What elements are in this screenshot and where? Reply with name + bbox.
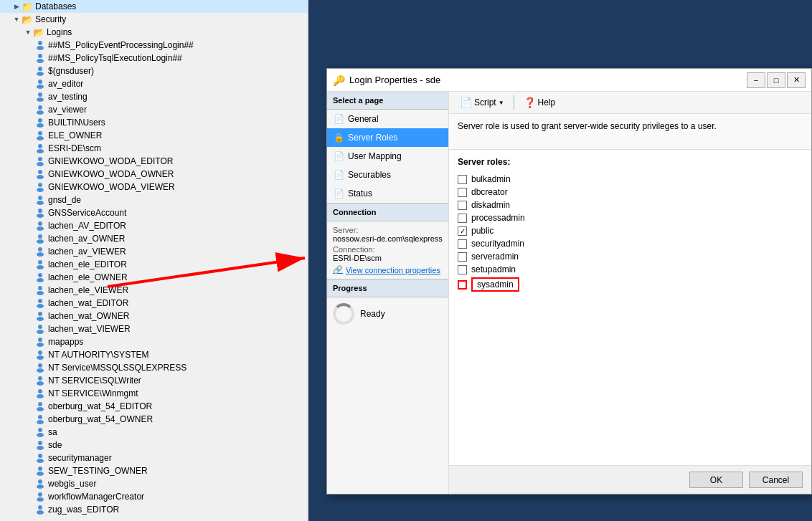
tree-item-databases[interactable]: ▶ 📁 Databases [0,0,308,13]
tree-item-login[interactable]: securitymanager [0,451,308,464]
tree-item-login[interactable]: ESRI-DE\scm [0,142,308,155]
connection-row: Connection: ESRI-DE\scm [333,245,443,262]
tree-item-login[interactable]: lachen_ele_VIEWER [0,284,308,297]
role-item-setupadmin[interactable]: setupadmin [458,263,803,276]
role-checkbox-public[interactable] [458,226,467,236]
sidebar-item-server-roles[interactable]: 🔒 Server Roles [327,128,448,147]
tree-item-login[interactable]: lachen_wat_OWNER [0,310,308,322]
sidebar-item-user-mapping[interactable]: 📄 User Mapping [327,147,448,166]
role-checkbox-dbcreator[interactable] [458,188,467,197]
tree-item-login[interactable]: workflowManagerCreator [0,490,308,503]
role-checkbox-processadmin[interactable] [458,214,467,223]
script-button[interactable]: 📄 Script ▼ [455,95,509,110]
tree-item-login[interactable]: av_testing [0,90,308,103]
user-icon [34,349,46,360]
role-item-public[interactable]: public [458,224,803,237]
svg-point-6 [38,80,42,84]
tree-item-login[interactable]: GNIEWKOWO_WODA_VIEWER [0,181,308,193]
dialog-sidebar: Select a page 📄 General 🔒 Server Roles 📄… [327,92,449,494]
role-checkbox-diskadmin[interactable] [458,201,467,210]
tree-item-login[interactable]: mapapps [0,335,308,348]
maximize-button[interactable]: □ [767,72,785,88]
connection-value: ESRI-DE\scm [333,254,382,262]
sidebar-item-securables[interactable]: 📄 Securables [327,166,448,184]
tree-item-login[interactable]: NT Service\MSSQLSSQLEXPRESS [0,361,308,374]
svg-point-3 [37,59,44,63]
role-item-diskadmin[interactable]: diskadmin [458,199,803,211]
role-item-sysadmin[interactable]: sysadmin [458,276,803,293]
server-roles-icon: 🔒 [333,132,344,143]
tree-item-login[interactable]: GNIEWKOWO_WODA_EDITOR [0,155,308,168]
tree-item-login[interactable]: lachen_wat_VIEWER [0,322,308,335]
role-checkbox-securityadmin[interactable] [458,239,467,249]
sidebar-item-status[interactable]: 📄 Status [327,184,448,203]
svg-point-53 [37,381,44,386]
roles-area: Server roles: bulkadmin dbcreator diskad… [449,150,811,465]
tree-item-login[interactable]: $(gnsduser) [0,64,308,77]
tree-item-login[interactable]: GNIEWKOWO_WODA_OWNER [0,168,308,181]
role-checkbox-setupadmin[interactable] [458,265,467,274]
tree-item-login[interactable]: NT SERVICE\Winmgmt [0,387,308,400]
login-label: lachen_AV_EDITOR [48,221,126,231]
tree-item-login[interactable]: BUILTIN\Users [0,116,308,129]
svg-point-57 [37,407,44,411]
svg-point-61 [37,433,44,437]
role-item-dbcreator[interactable]: dbcreator [458,186,803,199]
svg-point-12 [38,118,42,123]
cancel-button[interactable]: Cancel [749,472,803,488]
tree-item-login[interactable]: GNSServiceAccount [0,206,308,219]
sidebar-item-general[interactable]: 📄 General [327,110,448,128]
login-label: av_testing [48,92,88,102]
role-item-securityadmin[interactable]: securityadmin [458,237,803,250]
tree-item-login[interactable]: ELE_OWNER [0,129,308,142]
tree-item-login[interactable]: sde [0,439,308,451]
role-checkbox-sysadmin[interactable] [458,280,467,290]
tree-item-login[interactable]: SEW_TESTING_OWNER [0,464,308,477]
tree-item-login[interactable]: lachen_av_OWNER [0,232,308,245]
dialog-controls: − □ ✕ [747,72,806,88]
dialog-content: 📄 Script ▼ ❓ Help Server role is used to… [449,92,811,494]
dialog-toolbar: 📄 Script ▼ ❓ Help [449,92,811,114]
tree-item-login[interactable]: ##MS_PolicyTsqlExecutionLogin## [0,52,308,64]
tree-item-login[interactable]: webgis_user [0,477,308,490]
login-label: webgis_user [48,479,96,489]
login-label: GNIEWKOWO_WODA_VIEWER [48,182,175,192]
tree-item-login[interactable]: lachen_ele_OWNER [0,271,308,284]
script-label: Script [474,97,496,107]
tree-item-security[interactable]: ▼ 📂 Security [0,13,308,26]
user-icon [34,207,46,219]
tree-item-login[interactable]: lachen_ele_EDITOR [0,258,308,271]
tree-item-login[interactable]: oberburg_wat_54_OWNER [0,413,308,426]
tree-item-login[interactable]: lachen_av_VIEWER [0,245,308,258]
svg-point-34 [38,260,42,264]
role-checkbox-bulkadmin[interactable] [458,175,467,184]
general-icon: 📄 [333,113,344,125]
login-items-container: ##MS_PolicyEventProcessingLogin## ##MS_P… [0,39,308,516]
role-checkbox-serveradmin[interactable] [458,252,467,262]
tree-item-logins[interactable]: ▼ 📂 Logins [0,26,308,39]
sidebar-item-label: Securables [348,170,391,180]
close-button[interactable]: ✕ [787,72,806,88]
svg-point-65 [37,459,44,463]
view-connection-link[interactable]: 🔗 View connection properties [333,265,443,274]
tree-item-login[interactable]: lachen_wat_EDITOR [0,297,308,310]
tree-item-login[interactable]: NT AUTHORITY\SYSTEM [0,348,308,361]
role-item-bulkadmin[interactable]: bulkadmin [458,173,803,186]
role-item-serveradmin[interactable]: serveradmin [458,250,803,263]
user-icon [34,375,46,386]
tree-item-login[interactable]: lachen_AV_EDITOR [0,219,308,232]
tree-item-login[interactable]: ##MS_PolicyEventProcessingLogin## [0,39,308,52]
tree-item-login[interactable]: zug_was_EDITOR [0,503,308,516]
tree-item-login[interactable]: oberburg_wat_54_EDITOR [0,400,308,413]
tree-item-login[interactable]: av_editor [0,77,308,90]
tree-item-login[interactable]: NT SERVICE\SQLWriter [0,374,308,387]
ok-button[interactable]: OK [689,472,743,488]
roles-label: Server roles: [458,157,803,167]
dialog-titlebar: 🔑 Login Properties - sde − □ ✕ [327,69,811,92]
tree-item-login[interactable]: sa [0,426,308,439]
help-button[interactable]: ❓ Help [519,95,561,110]
minimize-button[interactable]: − [747,72,765,88]
tree-item-login[interactable]: av_viewer [0,103,308,116]
role-item-processadmin[interactable]: processadmin [458,211,803,224]
tree-item-login[interactable]: gnsd_de [0,193,308,206]
